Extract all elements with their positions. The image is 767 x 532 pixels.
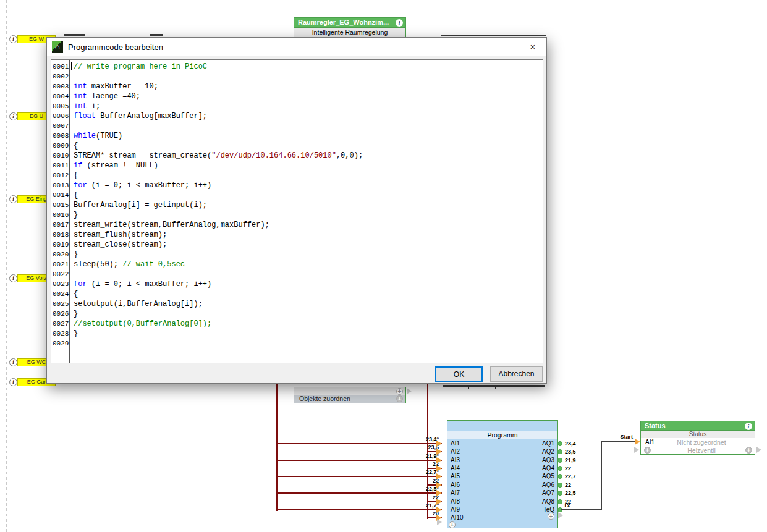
code-editor[interactable]: 0001// write program here in PicoC000200…	[51, 59, 543, 363]
output-label-aq7: AQ7	[501, 489, 554, 497]
code-line[interactable]: 0019stream_close(stream);	[51, 240, 543, 250]
code-line[interactable]: 0013for (i = 0; i < maxBuffer; i++)	[51, 180, 543, 190]
code-line[interactable]: 0027//setoutput(0,BufferAnalog[0]);	[51, 319, 543, 329]
block-output-tab[interactable]	[756, 447, 761, 453]
output-label-aq5: AQ5	[501, 473, 554, 480]
input-connector-ai3[interactable]	[436, 457, 442, 463]
ok-button[interactable]: OK	[435, 366, 483, 382]
code-line[interactable]: 0005int i;	[51, 101, 543, 111]
code-line[interactable]: 0012{	[51, 171, 543, 180]
code-line[interactable]: 0008while(TRUE)	[51, 131, 543, 141]
info-icon[interactable]: i	[396, 19, 403, 27]
wire-value-label: 21,7°	[389, 502, 439, 509]
output-value-label: 22,7	[565, 473, 576, 479]
code-line[interactable]: 0009{	[51, 141, 543, 151]
raumregler-block-header[interactable]: Raumregler_EG_Wohnzim... i	[294, 17, 406, 28]
code-text: //setoutput(0,BufferAnalog[0]);	[69, 319, 211, 329]
input-connector-ai6[interactable]	[436, 482, 442, 488]
code-line[interactable]: 0021sleep(50); // wait 0,5sec	[51, 260, 543, 269]
output-connector-aq1[interactable]	[557, 441, 562, 446]
input-connector-ai7[interactable]	[436, 490, 442, 496]
assign-objects-icon[interactable]: +	[396, 395, 403, 402]
code-line[interactable]: 0025setoutput(i,BufferAnalog[i]);	[51, 299, 543, 309]
wire-value-label: 22,7°	[389, 469, 439, 475]
input-connector-ai1[interactable]	[436, 441, 442, 447]
info-icon[interactable]: i	[9, 35, 17, 43]
code-line[interactable]: 0024{	[51, 289, 543, 299]
input-label-ai8: AI8	[451, 498, 460, 505]
add-input-icon[interactable]: +	[644, 447, 651, 454]
cancel-button[interactable]: Abbrechen	[490, 366, 543, 382]
code-line[interactable]: 0010STREAM* stream = stream_create("/dev…	[51, 151, 543, 161]
input-connector-ai9[interactable]	[436, 507, 442, 513]
info-icon[interactable]: i	[9, 195, 17, 203]
code-line[interactable]: 0001// write program here in PicoC	[51, 62, 543, 72]
block-output-tab[interactable]	[558, 512, 563, 518]
block-input-tab[interactable]	[437, 519, 442, 525]
output-value-label: 22	[565, 465, 571, 471]
status-block-header[interactable]: Status i	[640, 421, 755, 431]
wire-horizontal[interactable]	[277, 476, 442, 477]
input-connector-ai5[interactable]	[436, 473, 442, 479]
input-connector-ai4[interactable]	[436, 465, 442, 471]
code-line[interactable]: 0011if (stream != NULL)	[51, 161, 543, 171]
line-number: 0011	[51, 161, 69, 171]
code-line[interactable]: 0014{	[51, 190, 543, 200]
wire-teq-status[interactable]	[601, 441, 602, 510]
info-icon[interactable]: i	[745, 423, 752, 430]
info-icon[interactable]: i	[9, 274, 17, 282]
line-number: 0013	[51, 180, 69, 190]
line-number: 0023	[51, 279, 69, 289]
code-text: stream_close(stream);	[69, 240, 167, 250]
code-line[interactable]: 0006float BufferAnalog[maxBuffer];	[51, 111, 543, 121]
info-icon[interactable]: i	[9, 112, 17, 120]
code-line[interactable]: 0029	[51, 339, 543, 348]
info-icon[interactable]: i	[9, 358, 17, 366]
code-content[interactable]: 0001// write program here in PicoC000200…	[51, 62, 543, 348]
block-output-tab[interactable]	[407, 388, 412, 394]
code-line[interactable]: 0020}	[51, 250, 543, 260]
output-connector-aq2[interactable]	[557, 449, 562, 454]
output-connector-aq4[interactable]	[557, 466, 562, 471]
status-input-connector[interactable]	[635, 439, 640, 445]
code-text: {	[69, 289, 78, 299]
code-line[interactable]: 0007	[51, 121, 543, 131]
output-connector-aq3[interactable]	[557, 458, 562, 463]
add-output-icon[interactable]: +	[745, 447, 752, 454]
info-icon[interactable]: i	[9, 378, 17, 386]
code-line[interactable]: 0018stream_flush(stream);	[51, 230, 543, 240]
add-input-icon[interactable]: +	[396, 388, 403, 395]
input-connector-ai8[interactable]	[436, 499, 442, 505]
input-label-ai9: AI9	[451, 506, 460, 513]
code-line[interactable]: 0004int laenge =40;	[51, 91, 543, 101]
code-line[interactable]: 0028}	[51, 329, 543, 339]
line-number: 0007	[51, 121, 69, 131]
output-connector-aq8[interactable]	[557, 499, 562, 504]
output-connector-aq7[interactable]	[557, 491, 562, 496]
code-text: BufferAnalog[i] = getinput(i);	[69, 200, 207, 210]
code-line[interactable]: 0023for (i = 0; i < maxBuffer; i++)	[51, 279, 543, 289]
raumregler-assign-row[interactable]: Objekte zuordnen +	[294, 395, 406, 403]
output-connector-aq5[interactable]	[557, 474, 562, 479]
add-input-icon[interactable]: +	[449, 521, 456, 528]
input-connector-ai2[interactable]	[436, 449, 442, 455]
wire-value-label: Start	[586, 434, 633, 440]
code-line[interactable]: 0002	[51, 72, 543, 82]
code-line[interactable]: 0003int maxBuffer = 10;	[51, 82, 543, 91]
close-icon[interactable]: ×	[527, 41, 539, 53]
code-line[interactable]: 0015BufferAnalog[i] = getinput(i);	[51, 200, 543, 210]
wire-teq-status[interactable]	[561, 509, 602, 510]
dialog-titlebar[interactable]: ⌂ Programmcode bearbeiten ×	[47, 38, 546, 56]
line-number: 0014	[51, 190, 69, 200]
code-line[interactable]: 0017stream_write(stream,BufferAnalog,max…	[51, 220, 543, 230]
code-line[interactable]: 0026}	[51, 309, 543, 319]
output-connector-aq6[interactable]	[557, 483, 562, 488]
add-output-icon[interactable]: +	[548, 513, 554, 520]
code-line[interactable]: 0016}	[51, 210, 543, 220]
wire-teq-status[interactable]	[601, 441, 635, 442]
line-number: 0018	[51, 230, 69, 240]
code-line[interactable]: 0022	[51, 269, 543, 279]
loxone-canvas: iEG WiEG UiEG EingiEG VorziEG WCiEG Gar …	[0, 0, 767, 532]
block-input-tab[interactable]	[634, 447, 639, 453]
wire-horizontal[interactable]	[277, 492, 442, 494]
